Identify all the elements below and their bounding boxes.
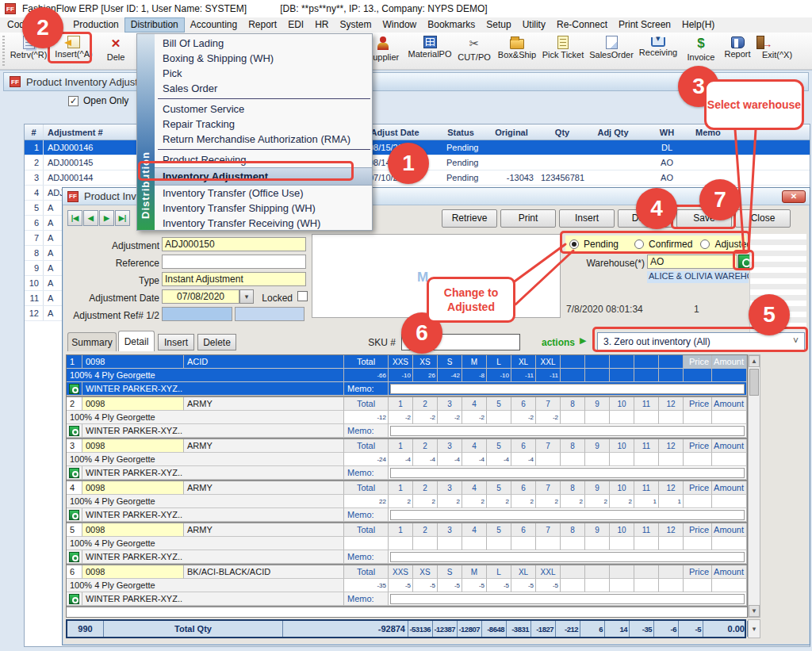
toolbar-button-pick-ticket[interactable]: Pick Ticket — [539, 34, 587, 68]
menu-item-inventory-transfer-receiving-wh[interactable]: Inventory Transfer Receiving (WH) — [155, 216, 372, 231]
size-qty-cell[interactable] — [561, 411, 585, 424]
open-only-filter[interactable]: ✓ Open Only — [68, 95, 128, 106]
size-qty-cell[interactable]: 2 — [585, 495, 610, 508]
grid-style-row[interactable]: 30098ARMYTotal123456789101112PriceAmount — [67, 439, 747, 453]
size-qty-cell[interactable]: -5 — [462, 579, 487, 592]
price-cell[interactable] — [684, 411, 712, 424]
grid-style-row[interactable]: 60098BK/ACI-BLACK/ACIDTotalXXSXSSMLXLXXL… — [67, 565, 747, 579]
delete-row-button[interactable]: Delete — [197, 334, 236, 350]
price-cell[interactable] — [684, 537, 712, 550]
size-qty-cell[interactable]: -2 — [536, 411, 561, 424]
menu-print-screen[interactable]: Print Screen — [613, 17, 676, 33]
size-qty-cell[interactable] — [487, 537, 511, 550]
toolbar-button-cut-po[interactable]: ✂CUT/PO — [455, 34, 493, 68]
size-qty-cell[interactable]: -10 — [389, 369, 413, 382]
size-qty-cell[interactable]: -2 — [511, 411, 536, 424]
size-qty-cell[interactable] — [585, 369, 610, 382]
grid-style-row[interactable]: 50098ARMYTotal123456789101112PriceAmount — [67, 523, 747, 537]
size-qty-cell[interactable] — [389, 537, 413, 550]
adjustment-ref1-field[interactable] — [162, 307, 232, 321]
adjustment-field[interactable]: ADJ000150 — [162, 237, 306, 251]
size-qty-cell[interactable] — [487, 411, 511, 424]
reference-field[interactable] — [162, 255, 306, 269]
size-qty-cell[interactable]: -5 — [438, 579, 462, 592]
size-qty-cell[interactable] — [561, 537, 585, 550]
style-cell[interactable]: 0098 — [82, 355, 184, 369]
toolbar-button-invoice[interactable]: $Invoice — [684, 34, 718, 68]
color-cell[interactable]: ARMY — [184, 523, 344, 537]
size-qty-cell[interactable]: 2 — [561, 495, 585, 508]
style-cell[interactable]: 0098 — [82, 439, 184, 453]
menu-item-inventory-adjustment[interactable]: Inventory Adjustment — [155, 167, 372, 186]
size-qty-cell[interactable] — [610, 369, 634, 382]
price-cell[interactable] — [684, 369, 712, 382]
size-qty-cell[interactable]: 2 — [413, 495, 438, 508]
color-cell[interactable]: ARMY — [184, 397, 344, 411]
open-only-checkbox[interactable]: ✓ — [68, 96, 79, 106]
size-qty-cell[interactable]: -4 — [438, 453, 462, 466]
lookup-icon[interactable] — [69, 552, 79, 562]
amount-cell[interactable] — [712, 495, 747, 508]
nav-last-button[interactable]: ▶| — [115, 210, 130, 226]
sku-lookup-cell[interactable] — [67, 592, 82, 606]
size-qty-cell[interactable] — [610, 453, 634, 466]
size-qty-cell[interactable]: 2 — [487, 495, 511, 508]
size-qty-cell[interactable] — [610, 537, 634, 550]
color-cell[interactable]: ARMY — [184, 439, 344, 453]
scroll-thumb[interactable] — [749, 369, 759, 396]
toolbar-button-materialpo[interactable]: MaterialPO — [406, 34, 454, 68]
size-qty-cell[interactable] — [438, 537, 462, 550]
style-cell[interactable]: 0098 — [82, 565, 184, 579]
toolbar-grip[interactable] — [2, 36, 5, 66]
size-qty-cell[interactable] — [634, 453, 659, 466]
size-qty-cell[interactable]: 2 — [511, 495, 536, 508]
menu-distribution[interactable]: Distribution — [124, 17, 185, 33]
style-cell[interactable]: 0098 — [82, 397, 184, 411]
size-qty-cell[interactable]: 2 — [462, 495, 487, 508]
memo-input[interactable] — [390, 426, 745, 436]
size-qty-cell[interactable]: -2 — [462, 411, 487, 424]
size-qty-cell[interactable] — [634, 579, 659, 592]
size-qty-cell[interactable]: -11 — [511, 369, 536, 382]
size-qty-cell[interactable]: -8 — [462, 369, 487, 382]
action-select[interactable]: 3. Zero out inventory (All) — [597, 332, 805, 350]
lookup-icon[interactable] — [69, 468, 79, 478]
toolbar-button-report[interactable]: Report — [720, 34, 755, 68]
menu-item-sales-order[interactable]: Sales Order — [155, 81, 372, 96]
grid-scrollbar[interactable]: ▲ ▼ — [748, 354, 760, 618]
size-qty-cell[interactable]: -5 — [487, 579, 511, 592]
size-qty-cell[interactable]: 1 — [634, 495, 659, 508]
size-qty-cell[interactable]: -2 — [438, 411, 462, 424]
menu-item-inventory-transfer-shipping-wh[interactable]: Inventory Transfer Shipping (WH) — [155, 201, 372, 216]
menu-utility[interactable]: Utility — [517, 17, 551, 33]
size-qty-cell[interactable]: 2 — [389, 495, 413, 508]
color-cell[interactable]: BK/ACI-BLACK/ACID — [184, 565, 344, 579]
size-qty-cell[interactable]: 26 — [413, 369, 438, 382]
size-qty-cell[interactable]: -4 — [413, 453, 438, 466]
size-qty-cell[interactable] — [585, 579, 610, 592]
memo-input[interactable] — [390, 510, 745, 520]
size-qty-cell[interactable]: 2 — [610, 495, 634, 508]
print-button[interactable]: Print — [500, 209, 556, 228]
menu-system[interactable]: System — [335, 17, 377, 33]
radio-confirmed[interactable] — [634, 239, 644, 249]
menu-item-return-merchandise-authorization-rma[interactable]: Return Merchandise Authorization (RMA) — [155, 132, 372, 147]
menu-bookmarks[interactable]: Bookmarks — [422, 17, 481, 33]
scroll-up-icon[interactable]: ▲ — [749, 355, 760, 367]
size-qty-cell[interactable]: 2 — [536, 495, 561, 508]
radio-adjusted[interactable] — [700, 239, 710, 249]
size-qty-cell[interactable] — [585, 453, 610, 466]
size-qty-cell[interactable] — [462, 537, 487, 550]
size-qty-cell[interactable]: -4 — [487, 453, 511, 466]
menu-item-boxing-shipping-wh[interactable]: Boxing & Shipping (WH) — [155, 51, 372, 66]
color-cell[interactable]: ACID — [184, 355, 344, 369]
size-qty-cell[interactable] — [659, 453, 684, 466]
amount-cell[interactable] — [712, 411, 747, 424]
size-qty-cell[interactable] — [585, 411, 610, 424]
close-button[interactable]: Close — [735, 209, 791, 228]
memo-input[interactable] — [390, 384, 745, 394]
size-qty-cell[interactable]: -4 — [462, 453, 487, 466]
locked-checkbox[interactable] — [297, 291, 308, 301]
size-qty-cell[interactable]: -4 — [389, 453, 413, 466]
close-window-button[interactable]: ✕ — [782, 190, 806, 203]
